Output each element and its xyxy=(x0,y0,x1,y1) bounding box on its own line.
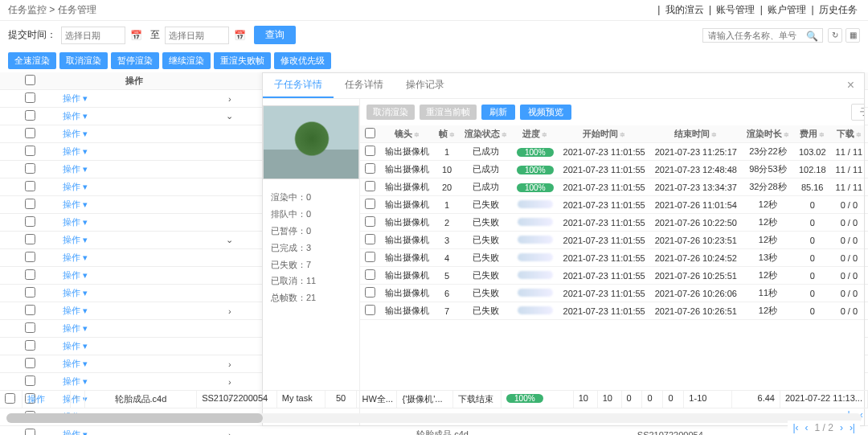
select-all[interactable] xyxy=(25,75,35,85)
sub-col[interactable]: 下载≑ xyxy=(831,125,864,143)
cancel-render-button[interactable]: 取消渲染 xyxy=(366,105,415,120)
main-page-last[interactable]: ›| xyxy=(850,422,855,433)
expand-icon[interactable] xyxy=(208,320,251,338)
expand-icon[interactable]: › xyxy=(208,373,251,391)
preview-button[interactable]: 视频预览 xyxy=(520,105,571,120)
row-check[interactable] xyxy=(25,181,35,191)
status-filter-button[interactable]: 子任务状态 xyxy=(851,104,864,121)
row-check[interactable] xyxy=(25,252,35,262)
expand-icon[interactable] xyxy=(208,338,251,355)
row-op[interactable]: 操作 ▾ xyxy=(59,426,208,436)
subtask-row[interactable]: 输出摄像机20 已成功 100% 2021-07-23 11:01:552021… xyxy=(360,179,864,196)
row-op[interactable]: 操作 ▾ xyxy=(59,161,208,179)
refresh-icon[interactable]: ↻ xyxy=(828,28,842,43)
row-check[interactable] xyxy=(25,128,35,138)
row-op[interactable]: 操作 ▾ xyxy=(59,355,208,373)
sub-select-all[interactable] xyxy=(365,128,375,138)
row-op[interactable]: 操作 ▾ xyxy=(59,90,208,108)
row-op[interactable]: 操作 ▾ xyxy=(59,179,208,196)
row-check[interactable] xyxy=(5,393,15,404)
sub-row-check[interactable] xyxy=(365,146,375,156)
expand-icon[interactable] xyxy=(208,143,251,161)
expand-icon[interactable] xyxy=(208,179,251,196)
close-icon[interactable]: × xyxy=(837,73,864,98)
h-scrollbar[interactable] xyxy=(6,413,862,423)
expand-icon[interactable]: ⌄ xyxy=(208,232,251,249)
tab-task[interactable]: 任务详情 xyxy=(334,73,395,98)
subtask-row[interactable]: 输出摄像机1 已失败 2021-07-23 11:01:552021-07-26… xyxy=(360,196,864,214)
action-button[interactable]: 暂停渲染 xyxy=(111,52,159,69)
sub-row-check[interactable] xyxy=(365,305,375,315)
sub-row-check[interactable] xyxy=(365,269,375,280)
sub-col[interactable]: 镜头≑ xyxy=(380,125,434,143)
row-op[interactable]: 操作 ▾ xyxy=(59,320,208,338)
row-op[interactable]: 操作 ▾ xyxy=(59,285,208,302)
sub-col[interactable]: 渲染时长≑ xyxy=(742,125,794,143)
expand-icon[interactable] xyxy=(208,267,251,285)
header-link[interactable]: 我的渲云 xyxy=(665,4,704,15)
action-button[interactable]: 重渲失败帧 xyxy=(214,52,271,69)
rerender-button[interactable]: 重渲当前帧 xyxy=(420,105,477,120)
sub-col[interactable]: 进度≑ xyxy=(512,125,559,143)
row-check[interactable] xyxy=(25,429,35,435)
row-check[interactable] xyxy=(25,234,35,244)
row-check[interactable] xyxy=(25,322,35,333)
action-button[interactable]: 继续渲染 xyxy=(162,52,211,69)
col-op[interactable]: 操作 xyxy=(59,72,208,90)
row-op[interactable]: 操作 xyxy=(23,391,71,408)
expand-icon[interactable] xyxy=(208,125,251,143)
sub-row-check[interactable] xyxy=(365,216,375,227)
sub-col[interactable]: 开始时间≑ xyxy=(559,125,650,143)
search-icon[interactable]: 🔍 xyxy=(806,31,818,42)
row-op[interactable]: 操作 ▾ xyxy=(59,338,208,355)
sub-col[interactable]: 结束时间≑ xyxy=(650,125,742,143)
sub-row-check[interactable] xyxy=(365,287,375,298)
action-button[interactable]: 取消渲染 xyxy=(59,52,108,69)
row-check[interactable] xyxy=(25,216,35,227)
row-op[interactable]: 操作 ▾ xyxy=(59,125,208,143)
expand-icon[interactable] xyxy=(208,196,251,214)
table-row[interactable]: 操作 ▾ › 轮胎成品.c4d SS21072200054 xyxy=(0,426,868,436)
subtask-row[interactable]: 输出摄像机6 已失败 2021-07-23 11:01:552021-07-26… xyxy=(360,285,864,302)
row-op[interactable]: 操作 ▾ xyxy=(59,196,208,214)
row-check[interactable] xyxy=(25,199,35,209)
header-link[interactable]: 账户管理 xyxy=(768,4,806,15)
action-button[interactable]: 修改优先级 xyxy=(274,52,331,69)
sub-row-check[interactable] xyxy=(365,234,375,244)
expand-icon[interactable]: ⌄ xyxy=(208,108,251,125)
expand-icon[interactable] xyxy=(208,285,251,302)
date-to[interactable] xyxy=(165,27,229,44)
sub-col[interactable]: 渲染状态≑ xyxy=(460,125,512,143)
row-check[interactable] xyxy=(25,305,35,315)
expand-icon[interactable] xyxy=(208,249,251,267)
expand-icon[interactable]: › xyxy=(208,426,251,436)
expand-icon[interactable] xyxy=(208,161,251,179)
subtask-row[interactable]: 输出摄像机5 已失败 2021-07-23 11:01:552021-07-26… xyxy=(360,267,864,285)
row-check[interactable] xyxy=(25,287,35,298)
row-op[interactable]: 操作 ▾ xyxy=(59,373,208,391)
row-check[interactable] xyxy=(25,163,35,174)
row-check[interactable] xyxy=(25,375,35,386)
row-check[interactable] xyxy=(25,358,35,368)
subtask-row[interactable]: 输出摄像机7 已失败 2021-07-23 11:01:552021-07-26… xyxy=(360,302,864,320)
main-page-first[interactable]: |‹ xyxy=(792,422,798,433)
sub-row-check[interactable] xyxy=(365,252,375,262)
row-check[interactable] xyxy=(25,146,35,156)
sub-row-check[interactable] xyxy=(365,163,375,174)
refresh-button[interactable]: 刷新 xyxy=(481,105,515,120)
row-op[interactable]: 操作 ▾ xyxy=(59,249,208,267)
row-op[interactable]: 操作 ▾ xyxy=(59,267,208,285)
subtask-row[interactable]: 输出摄像机2 已失败 2021-07-23 11:01:552021-07-26… xyxy=(360,214,864,232)
tab-log[interactable]: 操作记录 xyxy=(395,73,456,98)
tab-subtask[interactable]: 子任务详情 xyxy=(263,73,334,98)
action-button[interactable]: 全速渲染 xyxy=(8,52,56,69)
search-button[interactable]: 查询 xyxy=(254,26,296,44)
main-page-prev[interactable]: ‹ xyxy=(805,422,809,433)
expand-icon[interactable] xyxy=(208,214,251,232)
sub-col[interactable]: 费用≑ xyxy=(794,125,831,143)
header-link[interactable]: 账号管理 xyxy=(716,4,755,15)
header-link[interactable]: 历史任务 xyxy=(819,4,858,15)
date-from[interactable] xyxy=(61,27,125,44)
search-input[interactable] xyxy=(702,28,823,43)
sub-col[interactable]: 帧≑ xyxy=(434,125,460,143)
